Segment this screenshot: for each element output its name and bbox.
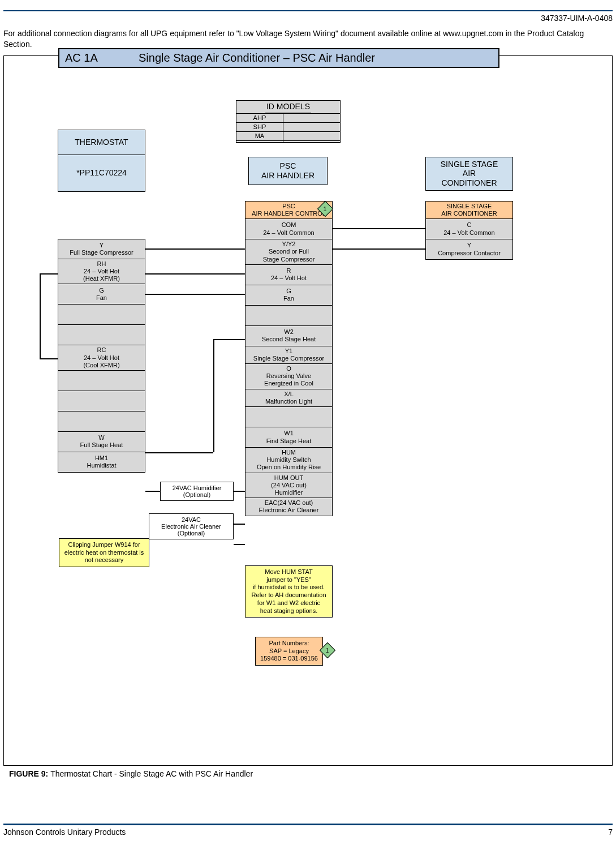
term-w: WFull Stage Heat: [58, 432, 145, 452]
term-hum: HUMHumidity SwitchOpen on Humidity Rise: [245, 448, 333, 473]
term-eac: EAC(24 VAC out)Electronic Air Cleaner: [245, 498, 333, 516]
term-rh: RH24 – Volt Hot(Heat XFMR): [58, 259, 145, 285]
term-xl: X/LMalfunction Light: [245, 389, 333, 407]
term-hm1: HM1Humidistat: [58, 452, 145, 473]
term-g: GFan: [58, 284, 145, 305]
ac-terminals: SINGLE STAGEAIR CONDITIONER C24 – Volt C…: [425, 201, 513, 260]
term-yy2: Y/Y2Second or FullStage Compressor: [245, 239, 333, 265]
term-o: OReversing ValveEnergized in Cool: [245, 364, 333, 389]
term-com: COM24 – Volt Common: [245, 219, 333, 239]
single-stage-ac-header: SINGLE STAGEAIRCONDITIONER: [425, 157, 513, 191]
thermostat-terminals: YFull Stage Compressor RH24 – Volt Hot(H…: [58, 239, 145, 473]
psc-terminals: PSCAIR HANDLER CONTROL COM24 – Volt Comm…: [245, 201, 333, 516]
doc-number: 347337-UIM-A-0408: [3, 14, 613, 23]
part-numbers-note: Part Numbers: SAP = Legacy 159480 = 031-…: [255, 637, 323, 666]
term-humout: HUM OUT(24 VAC out)Humidifier: [245, 473, 333, 499]
hum-stat-note: Move HUM STAT jumper to "YES" if humidis…: [245, 565, 333, 618]
humidifier-optional: 24VAC Humidifier(Optional): [160, 482, 234, 501]
footer-page: 7: [608, 828, 613, 837]
footer-brand: Johnson Controls Unitary Products: [3, 828, 126, 837]
term-y1: Y1Single Stage Compressor: [245, 346, 333, 364]
term-y-ac: YCompressor Contactor: [425, 239, 513, 260]
term-w1: W1First Stage Heat: [245, 427, 333, 448]
thermostat-header: THERMOSTAT: [58, 130, 145, 155]
term-g-psc: GFan: [245, 285, 333, 306]
intro-text: For additional connection diagrams for a…: [3, 28, 613, 50]
clipping-jumper-note: Clipping Jumper W914 for electric heat o…: [59, 538, 149, 567]
term-r: R24 – Volt Hot: [245, 265, 333, 285]
diagram-title-bar: AC 1ASingle Stage Air Conditioner – PSC …: [58, 48, 499, 68]
psc-air-handler-header: PSCAIR HANDLER: [248, 157, 328, 185]
term-w2: W2Second Stage Heat: [245, 326, 333, 346]
term-rc: RC24 – Volt Hot(Cool XFMR): [58, 345, 145, 371]
figure-caption: FIGURE 9: Thermostat Chart - Single Stag…: [9, 769, 613, 778]
eac-optional: 24VACElectronic Air Cleaner(Optional): [149, 513, 234, 539]
term-c-ac: C24 – Volt Common: [425, 219, 513, 239]
thermostat-model: *PP11C70224: [58, 155, 145, 192]
wiring-diagram: AC 1ASingle Stage Air Conditioner – PSC …: [3, 55, 613, 766]
id-models-table: ID MODELS AHP SHP MA: [236, 100, 341, 143]
term-y: YFull Stage Compressor: [58, 239, 145, 259]
ac-control-header: SINGLE STAGEAIR CONDITIONER: [425, 201, 513, 219]
